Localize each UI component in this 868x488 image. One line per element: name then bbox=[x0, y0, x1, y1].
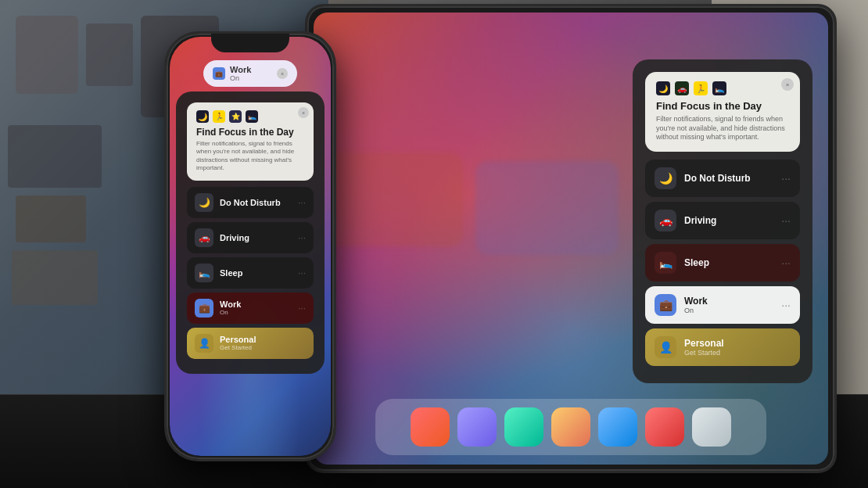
iphone-work-item-sub: On bbox=[220, 309, 298, 316]
iphone-work-badge[interactable]: 💼 Work On × bbox=[203, 60, 297, 87]
iphone-focus-close[interactable]: × bbox=[298, 107, 309, 118]
iphone-work-item-more[interactable]: ··· bbox=[298, 303, 306, 314]
ipad-personal-item[interactable]: 👤 Personal Get Started bbox=[645, 328, 800, 366]
iphone-work-label: Work bbox=[230, 65, 251, 74]
iphone-notch bbox=[211, 34, 289, 52]
ipad-focus-close[interactable]: × bbox=[781, 78, 794, 91]
iphone-work-item[interactable]: 💼 Work On ··· bbox=[187, 292, 314, 324]
ipad-dnd-more[interactable]: ··· bbox=[781, 172, 791, 185]
iphone-focus-desc: Filter notifications, signal to friends … bbox=[196, 140, 304, 173]
ipad-screen: 🌙 🚗 🏃 🛌 Find Focus in the Day Filter not… bbox=[314, 13, 828, 465]
ipad-driving-item[interactable]: 🚗 Driving ··· bbox=[645, 202, 800, 239]
iphone-work-badge-left: 💼 Work On bbox=[213, 65, 251, 82]
ipad-sleep-icon: 🛌 bbox=[655, 252, 676, 274]
iphone-work-sublabel: On bbox=[230, 74, 251, 82]
iphone-header-icon-moon: 🌙 bbox=[196, 110, 209, 123]
iphone-driving-name: Driving bbox=[220, 233, 298, 242]
ipad-dock-icon-1[interactable] bbox=[411, 407, 450, 447]
iphone-sleep-more[interactable]: ··· bbox=[298, 267, 306, 278]
ipad-icon-car: 🚗 bbox=[675, 81, 689, 95]
ipad-icon-run: 🏃 bbox=[694, 81, 708, 95]
iphone-sleep-name: Sleep bbox=[220, 268, 298, 278]
ipad-icon-moon: 🌙 bbox=[656, 81, 670, 95]
ipad-driving-name: Driving bbox=[684, 215, 781, 226]
iphone-sleep-item[interactable]: 🛌 Sleep ··· bbox=[187, 257, 314, 289]
iphone-driving-item[interactable]: 🚗 Driving ··· bbox=[187, 222, 314, 253]
ipad-do-not-disturb-item[interactable]: 🌙 Do Not Disturb ··· bbox=[645, 160, 800, 197]
ipad-work-icon: 💼 bbox=[655, 294, 676, 316]
ipad-dock bbox=[375, 399, 766, 455]
iphone-work-item-icon: 💼 bbox=[195, 299, 213, 318]
ipad-dock-icon-6[interactable] bbox=[645, 407, 684, 447]
iphone-work-badge-info: Work On bbox=[230, 65, 251, 82]
iphone-work-icon: 💼 bbox=[213, 67, 225, 80]
ipad-dock-icon-5[interactable] bbox=[598, 407, 637, 447]
iphone-focus-header: 🌙 🏃 ⭐ 🛌 Find Focus in the Day Filter not… bbox=[187, 102, 314, 181]
ipad-driving-text: Driving bbox=[684, 215, 781, 226]
iphone-dnd-name: Do Not Disturb bbox=[220, 198, 298, 207]
iphone-header-icon-car: 🏃 bbox=[213, 110, 225, 123]
ipad-icon-sleep: 🛌 bbox=[712, 81, 726, 95]
ipad-work-sub: On bbox=[684, 307, 781, 314]
ipad-focus-panel: 🌙 🚗 🏃 🛌 Find Focus in the Day Filter not… bbox=[633, 59, 812, 383]
ipad-dock-icon-7[interactable] bbox=[692, 407, 731, 447]
ipad-dnd-icon: 🌙 bbox=[655, 167, 676, 189]
ipad-driving-more[interactable]: ··· bbox=[781, 214, 791, 227]
iphone-work-close[interactable]: × bbox=[277, 68, 288, 79]
iphone-personal-icon: 👤 bbox=[195, 334, 213, 353]
iphone-driving-icon: 🚗 bbox=[195, 228, 213, 247]
ipad-work-item[interactable]: 💼 Work On ··· bbox=[645, 286, 800, 324]
ipad-work-text: Work On bbox=[684, 296, 781, 314]
ipad-device: 🌙 🚗 🏃 🛌 Find Focus in the Day Filter not… bbox=[305, 4, 837, 473]
ipad-dock-icon-2[interactable] bbox=[457, 407, 497, 447]
ipad-focus-header-icons: 🌙 🚗 🏃 🛌 bbox=[656, 81, 789, 95]
iphone-focus-panel: 🌙 🏃 ⭐ 🛌 Find Focus in the Day Filter not… bbox=[176, 92, 325, 374]
ipad-dnd-text: Do Not Disturb bbox=[684, 173, 781, 184]
iphone-header-icon-run: ⭐ bbox=[229, 110, 242, 123]
iphone-work-item-text: Work On bbox=[220, 300, 298, 316]
ipad-personal-icon: 👤 bbox=[655, 336, 676, 358]
ipad-work-more[interactable]: ··· bbox=[781, 299, 791, 311]
iphone-dnd-item[interactable]: 🌙 Do Not Disturb ··· bbox=[187, 187, 314, 218]
iphone-sleep-icon: 🛌 bbox=[195, 264, 213, 282]
ipad-sleep-more[interactable]: ··· bbox=[781, 257, 791, 269]
iphone-dnd-text: Do Not Disturb bbox=[220, 198, 298, 207]
iphone-header-icon-sleep: 🛌 bbox=[246, 110, 258, 123]
ipad-work-name: Work bbox=[684, 296, 781, 307]
ipad-app-grid bbox=[314, 13, 625, 386]
ipad-driving-icon: 🚗 bbox=[655, 210, 676, 231]
ipad-personal-text: Personal Get Started bbox=[684, 338, 791, 357]
ipad-personal-name: Personal bbox=[684, 338, 791, 349]
ipad-sleep-name: Sleep bbox=[684, 257, 781, 268]
iphone-dnd-more[interactable]: ··· bbox=[298, 197, 306, 208]
ipad-personal-sub: Get Started bbox=[684, 349, 791, 357]
ipad-sleep-item[interactable]: 🛌 Sleep ··· bbox=[645, 244, 800, 282]
ipad-focus-header-card: 🌙 🚗 🏃 🛌 Find Focus in the Day Filter not… bbox=[645, 72, 800, 152]
iphone-device: 💼 Work On × 🌙 🏃 ⭐ 🛌 Find Focus in the Da… bbox=[164, 31, 336, 461]
iphone-driving-more[interactable]: ··· bbox=[298, 232, 306, 243]
iphone-personal-name: Personal bbox=[220, 335, 306, 344]
iphone-focus-header-icons: 🌙 🏃 ⭐ 🛌 bbox=[196, 110, 304, 123]
ipad-focus-title: Find Focus in the Day bbox=[656, 100, 789, 112]
iphone-screen: 💼 Work On × 🌙 🏃 ⭐ 🛌 Find Focus in the Da… bbox=[170, 37, 331, 456]
iphone-dnd-icon: 🌙 bbox=[195, 193, 213, 212]
ipad-dnd-name: Do Not Disturb bbox=[684, 173, 781, 184]
ipad-dock-icon-4[interactable] bbox=[551, 407, 590, 447]
ipad-focus-desc: Filter notifications, signal to friends … bbox=[656, 115, 789, 142]
iphone-sleep-text: Sleep bbox=[220, 268, 298, 278]
ipad-dock-icon-3[interactable] bbox=[504, 407, 543, 447]
iphone-work-item-name: Work bbox=[220, 300, 298, 309]
iphone-personal-text: Personal Get Started bbox=[220, 335, 306, 351]
ipad-sleep-text: Sleep bbox=[684, 257, 781, 268]
iphone-driving-text: Driving bbox=[220, 233, 298, 242]
iphone-personal-item[interactable]: 👤 Personal Get Started bbox=[187, 328, 314, 359]
iphone-personal-sub: Get Started bbox=[220, 344, 306, 351]
iphone-focus-title: Find Focus in the Day bbox=[196, 127, 304, 138]
